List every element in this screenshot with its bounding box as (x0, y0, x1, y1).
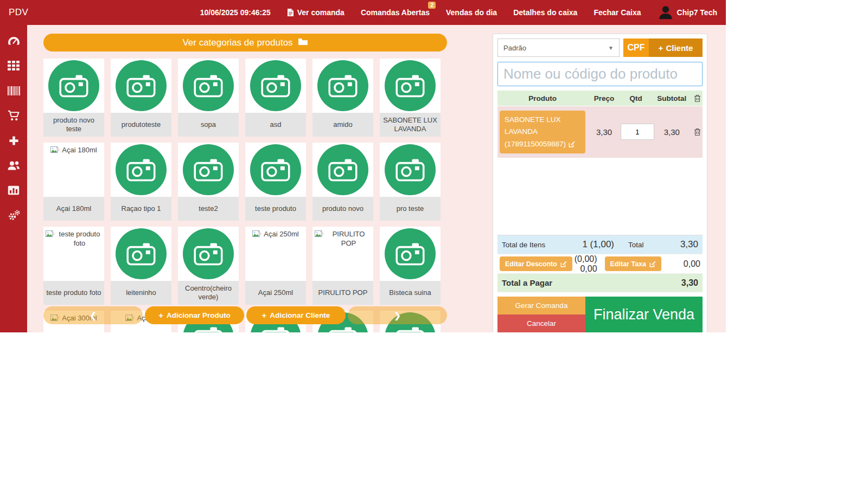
broken-image-icon: PIRULITO POP (312, 227, 373, 281)
generate-order-button[interactable]: Gerar Comanda (497, 297, 585, 314)
header-qty: Qtd (621, 94, 652, 102)
product-card-leiteninho[interactable]: leiteninho (111, 227, 171, 305)
price-list-select[interactable]: Padrão ▼ (497, 38, 620, 57)
product-name-label: Coentro(cheiro verde) (178, 281, 239, 305)
cart-empty-space (497, 158, 703, 235)
sidebar-item-users[interactable] (0, 153, 27, 178)
product-card-pro-teste[interactable]: pro teste (380, 143, 441, 221)
product-card-asd[interactable]: asd (245, 59, 306, 137)
sale-panel: Padrão ▼ CPF + Cliente Produto Preço Qtd… (493, 34, 707, 332)
clear-cart-button[interactable] (692, 94, 703, 102)
sidebar-item-grid[interactable] (0, 53, 27, 78)
product-image (111, 227, 171, 281)
add-product-label: Adicionar Produto (167, 311, 231, 319)
view-categories-button[interactable]: Ver categorias de produtos (43, 34, 447, 52)
nav-item-ver-comanda[interactable]: Ver comanda (287, 8, 344, 17)
sidebar-item-cogs[interactable] (0, 203, 27, 228)
sidebar-item-bar-chart[interactable] (0, 178, 27, 203)
add-client-button[interactable]: + Adicionar Cliente (246, 306, 346, 324)
product-image (312, 143, 373, 197)
product-card-sabonete-lux-lavanda[interactable]: SABONETE LUX LAVANDA (380, 59, 441, 137)
broken-image-icon: Açai 250ml (250, 227, 301, 281)
camera-icon (385, 60, 436, 111)
prev-page-button[interactable]: ❮ (43, 306, 143, 324)
product-card-acai-250ml[interactable]: Açai 250ml Açai 250ml (245, 227, 306, 305)
sale-actions-left: Gerar Comanda Cancelar (497, 297, 585, 332)
camera-icon (48, 60, 99, 111)
product-search-input[interactable] (497, 62, 703, 86)
product-image (245, 143, 306, 197)
catalog-panel: Ver categorias de produtos produto novo … (43, 34, 447, 332)
remove-item-button[interactable] (692, 128, 703, 136)
camera-icon (250, 60, 301, 111)
cogs-icon (8, 210, 20, 221)
product-image (178, 227, 239, 281)
open-orders-badge: 2 (428, 2, 436, 9)
product-card-coentro-cheiro-verde[interactable]: Coentro(cheiro verde) (178, 227, 239, 305)
total-items-value: 1 (1,00) (572, 239, 614, 250)
camera-icon (116, 228, 167, 279)
current-datetime: 10/06/2025 09:46:25 (200, 8, 271, 17)
sidebar-item-cart[interactable] (0, 103, 27, 128)
product-card-bisteca-suina[interactable]: Bisteca suina (380, 227, 441, 305)
sidebar-item-barcode[interactable] (0, 78, 27, 103)
sidebar-item-dashboard[interactable] (0, 28, 27, 53)
qty-cell (621, 124, 652, 140)
nav-item-vendas-do-dia[interactable]: Vendas do dia (446, 8, 497, 17)
add-client-button-cart[interactable]: + Cliente (649, 38, 703, 57)
product-card-racao-tipo-1[interactable]: Raçao tipo 1 (111, 143, 171, 221)
product-card-acai-180ml[interactable]: Açai 180ml Açai 180ml (43, 143, 104, 221)
product-card-teste-produto[interactable]: teste produto (245, 143, 306, 221)
image-alt-text: Açai 250ml (264, 230, 298, 239)
finish-sale-button[interactable]: Finalizar Venda (585, 297, 703, 332)
totals-items-row: Total de Itens 1 (1,00) Total 3,30 (497, 235, 703, 254)
sale-panel-toolbar: Padrão ▼ CPF + Cliente (497, 38, 703, 57)
product-card-teste2[interactable]: teste2 (178, 143, 239, 221)
cpf-button[interactable]: CPF (623, 38, 649, 57)
nav-item-detalhes-do-caixa[interactable]: Detalhes do caixa (513, 8, 577, 17)
product-card-pirulito-pop[interactable]: PIRULITO POP PIRULITO POP (312, 227, 373, 305)
product-image: Açai 250ml (245, 227, 306, 281)
add-client-label: Adicionar Cliente (270, 311, 330, 319)
camera-icon (317, 144, 368, 195)
product-card-amido[interactable]: amido (312, 59, 373, 137)
categories-button-label: Ver categorias de produtos (182, 37, 292, 48)
navbar-right: 10/06/2025 09:46:25 Ver comandaComandas … (200, 4, 717, 21)
cancel-button[interactable]: Cancelar (497, 314, 585, 332)
next-page-button[interactable]: ❯ (348, 306, 447, 324)
sale-actions: Gerar Comanda Cancelar Finalizar Venda (497, 297, 703, 332)
app-brand[interactable]: PDV (9, 7, 28, 18)
nav-items: Ver comandaComandas Abertas2Vendas do di… (287, 4, 717, 21)
edit-tax-button[interactable]: Editar Taxa (605, 256, 661, 271)
nav-item-chip7-tech[interactable]: Chip7 Tech (658, 4, 717, 21)
product-name-label: sopa (178, 113, 239, 137)
nav-item-fechar-caixa[interactable]: Fechar Caixa (593, 8, 641, 17)
product-card-produtoteste[interactable]: produtoteste (111, 59, 171, 137)
folder-icon (298, 37, 308, 48)
product-card-produto-novo-teste[interactable]: produto novo teste (43, 59, 104, 137)
header-price: Preço (588, 94, 620, 102)
camera-icon (385, 144, 436, 195)
product-image: Açai 180ml (43, 143, 104, 197)
edit-icon (649, 261, 656, 267)
plus-icon: + (262, 311, 267, 320)
nav-item-label: Vendas do dia (446, 8, 497, 17)
sidebar-item-plus[interactable] (0, 128, 27, 153)
camera-icon (116, 60, 167, 111)
nav-item-comandas-abertas[interactable]: Comandas Abertas2 (361, 8, 430, 17)
product-name-label: Bisteca suina (380, 281, 441, 305)
product-name-label: SABONETE LUX LAVANDA (380, 113, 441, 137)
cart-icon (8, 110, 20, 121)
product-card-produto-novo[interactable]: produto novo (312, 143, 373, 221)
product-image (178, 59, 239, 113)
product-card-sopa[interactable]: sopa (178, 59, 239, 137)
product-image (111, 143, 171, 197)
product-name-label: pro teste (380, 197, 441, 221)
qty-input[interactable] (621, 124, 654, 140)
add-product-button[interactable]: + Adicionar Produto (145, 306, 244, 324)
total-to-pay-value: 3,30 (681, 278, 698, 288)
product-card-teste-produto-foto[interactable]: teste produto foto teste produto foto (43, 227, 104, 305)
total-to-pay-row: Total a Pagar 3,30 (497, 274, 703, 292)
edit-discount-button[interactable]: Editar Desconto (500, 256, 572, 271)
cart-item-name-button[interactable]: SABONETE LUX LAVANDA (17891150059887) (500, 111, 585, 153)
